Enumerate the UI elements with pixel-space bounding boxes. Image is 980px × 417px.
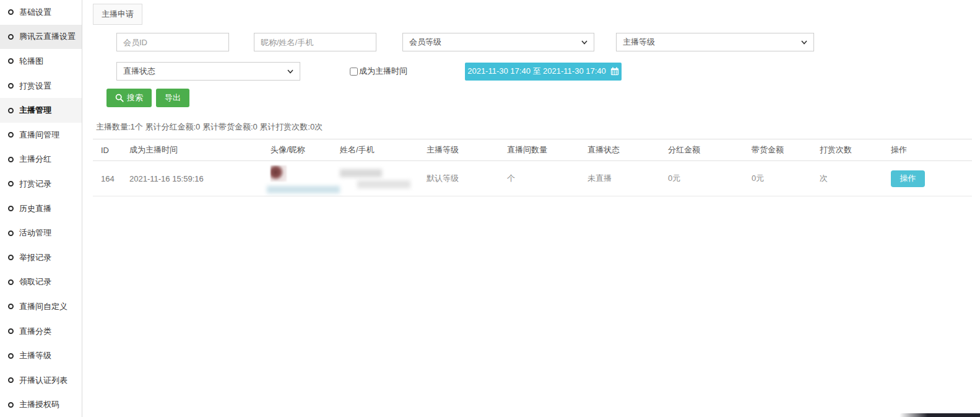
- export-button-label: 导出: [165, 92, 181, 103]
- sidebar-item-reward-records[interactable]: 打赏记录: [0, 172, 82, 196]
- export-button[interactable]: 导出: [156, 89, 189, 107]
- sidebar-item-label: 直播间管理: [19, 129, 59, 141]
- sidebar-item-broadcast-cert-list[interactable]: 开播认证列表: [0, 368, 82, 393]
- live-status-select[interactable]: 直播状态: [116, 62, 300, 81]
- sidebar-item-label: 主播等级: [19, 350, 51, 361]
- date-range-button[interactable]: 2021-11-30 17:40 至 2021-11-30 17:40: [465, 63, 622, 81]
- sidebar-item-label: 举报记录: [19, 252, 51, 263]
- circle-icon: [8, 9, 14, 15]
- circle-icon: [8, 402, 14, 408]
- sidebar-item-history-live[interactable]: 历史直播: [0, 196, 82, 221]
- sidebar-item-label: 开播认证列表: [19, 375, 67, 386]
- sidebar-item-label: 腾讯云直播设置: [19, 31, 76, 42]
- sidebar-item-anchor-auth-code[interactable]: 主播授权码: [0, 393, 82, 417]
- sidebar-item-label: 主播管理: [19, 105, 51, 116]
- circle-icon: [8, 230, 14, 236]
- circle-icon: [8, 255, 14, 260]
- circle-icon: [8, 58, 14, 64]
- chevron-down-icon: [287, 68, 293, 74]
- sidebar-item-label: 直播间自定义: [19, 301, 67, 312]
- filter-row-1: 会员等级 主播等级: [116, 33, 814, 51]
- become-anchor-time-checkbox[interactable]: [350, 68, 358, 76]
- become-anchor-time-toggle[interactable]: 成为主播时间: [350, 66, 407, 77]
- sidebar-item-label: 领取记录: [19, 276, 51, 288]
- cell-live-status: 未直播: [588, 161, 668, 196]
- calendar-icon: [610, 67, 619, 76]
- sidebar-item-label: 主播授权码: [19, 399, 59, 410]
- cell-id: 164: [93, 161, 129, 196]
- cell-reward-count: 次: [820, 161, 891, 196]
- member-level-select[interactable]: 会员等级: [402, 33, 594, 51]
- search-button[interactable]: 搜索: [106, 89, 152, 107]
- circle-icon: [8, 83, 14, 89]
- cell-dividend: 0元: [668, 161, 752, 196]
- sidebar-item-label: 活动管理: [19, 227, 51, 239]
- sidebar-item-label: 直播分类: [19, 326, 51, 337]
- circle-icon: [8, 108, 14, 113]
- cell-room-count: 个: [507, 161, 588, 196]
- filter-panel: 会员等级 主播等级 直播状态 成为主播时间 2021-11-30: [116, 33, 814, 81]
- cell-goods-amount: 0元: [752, 161, 820, 196]
- sidebar-item-anchor-level[interactable]: 主播等级: [0, 343, 82, 368]
- cell-action: 操作: [891, 161, 972, 196]
- search-icon: [115, 94, 124, 102]
- sidebar-item-label: 打赏记录: [19, 178, 51, 190]
- sidebar-item-anchor-management[interactable]: 主播管理: [0, 98, 82, 123]
- sidebar-item-basic-settings[interactable]: 基础设置: [0, 0, 82, 25]
- circle-icon: [8, 304, 14, 309]
- circle-icon: [8, 377, 14, 383]
- table-row: 164 2021-11-16 15:59:16 默认等级 个 未直播 0元 0元…: [93, 161, 972, 196]
- date-range-text: 2021-11-30 17:40 至 2021-11-30 17:40: [467, 66, 606, 77]
- name-redacted: [340, 169, 382, 177]
- sidebar-item-label: 主播分红: [19, 154, 51, 165]
- sidebar-item-claim-records[interactable]: 领取记录: [0, 270, 82, 295]
- row-action-button[interactable]: 操作: [891, 170, 925, 187]
- chevron-down-icon: [801, 39, 807, 45]
- chevron-down-icon: [581, 39, 588, 45]
- become-anchor-time-label: 成为主播时间: [359, 66, 407, 77]
- sidebar-item-label: 基础设置: [19, 7, 51, 18]
- circle-icon: [8, 132, 14, 138]
- sidebar-item-anchor-dividend[interactable]: 主播分红: [0, 147, 82, 172]
- col-id: ID: [93, 139, 129, 161]
- col-become-time: 成为主播时间: [129, 139, 271, 161]
- sidebar-item-report-records[interactable]: 举报记录: [0, 245, 82, 270]
- col-goods-amount: 带货金额: [752, 139, 820, 161]
- cell-name-phone: [340, 161, 427, 196]
- sidebar-item-label: 轮播图: [19, 56, 43, 67]
- circle-icon: [8, 328, 14, 334]
- sidebar-item-label: 打赏设置: [19, 81, 51, 92]
- sidebar-item-liveroom-custom[interactable]: 直播间自定义: [0, 294, 82, 319]
- col-room-count: 直播间数量: [507, 139, 588, 161]
- action-buttons: 搜索 导出: [106, 89, 189, 107]
- circle-icon: [8, 353, 14, 359]
- sidebar-item-carousel[interactable]: 轮播图: [0, 49, 82, 74]
- sidebar-item-liveroom-management[interactable]: 直播间管理: [0, 123, 82, 147]
- circle-icon: [8, 157, 14, 162]
- sidebar-item-activity-management[interactable]: 活动管理: [0, 221, 82, 245]
- tab-anchor-apply[interactable]: 主播申请: [93, 4, 142, 25]
- col-dividend: 分红金额: [668, 139, 752, 161]
- nickname-redacted: [267, 186, 340, 193]
- nickname-name-phone-input[interactable]: [254, 33, 376, 51]
- anchors-table: ID 成为主播时间 头像/昵称 姓名/手机 主播等级 直播间数量 直播状态 分红…: [93, 139, 972, 196]
- cell-anchor-level: 默认等级: [427, 161, 507, 196]
- corner-overlay: [900, 413, 980, 417]
- col-avatar-nick: 头像/昵称: [271, 139, 340, 161]
- sidebar-item-tencent-live-settings[interactable]: 腾讯云直播设置: [0, 25, 82, 50]
- sidebar-item-reward-settings[interactable]: 打赏设置: [0, 74, 82, 99]
- col-live-status: 直播状态: [588, 139, 668, 161]
- cell-avatar-nick: [271, 161, 340, 196]
- table-header-row: ID 成为主播时间 头像/昵称 姓名/手机 主播等级 直播间数量 直播状态 分红…: [93, 139, 972, 161]
- anchor-level-selected-value: 主播等级: [623, 37, 655, 48]
- avatar: [271, 165, 287, 182]
- main-content: 主播申请 会员等级 主播等级 直播状态: [83, 0, 980, 417]
- circle-icon: [8, 279, 14, 285]
- col-name-phone: 姓名/手机: [340, 139, 427, 161]
- member-id-input[interactable]: [116, 33, 229, 51]
- sidebar-item-live-category[interactable]: 直播分类: [0, 319, 82, 344]
- cell-become-time: 2021-11-16 15:59:16: [129, 161, 271, 196]
- circle-icon: [8, 206, 14, 211]
- anchor-level-select[interactable]: 主播等级: [616, 33, 814, 51]
- summary-text: 主播数量:1个 累计分红金额:0 累计带货金额:0 累计打赏次数:0次: [96, 121, 323, 133]
